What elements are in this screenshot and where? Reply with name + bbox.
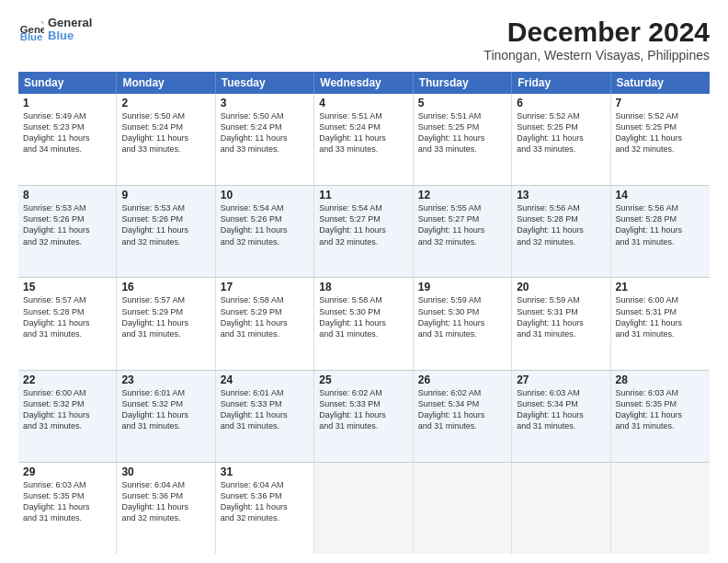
day-number: 7 [616, 97, 705, 109]
day-number: 8 [23, 189, 111, 201]
calendar-cell: 26Sunrise: 6:02 AM Sunset: 5:34 PM Dayli… [414, 371, 512, 462]
day-number: 18 [319, 281, 407, 293]
calendar-cell: 24Sunrise: 6:01 AM Sunset: 5:33 PM Dayli… [216, 371, 314, 462]
day-info: Sunrise: 6:01 AM Sunset: 5:33 PM Dayligh… [221, 387, 309, 432]
calendar-week: 29Sunrise: 6:03 AM Sunset: 5:35 PM Dayli… [18, 463, 710, 554]
day-number: 2 [121, 97, 210, 109]
calendar-cell: 7Sunrise: 5:52 AM Sunset: 5:25 PM Daylig… [611, 94, 710, 185]
day-info: Sunrise: 6:03 AM Sunset: 5:34 PM Dayligh… [517, 387, 605, 432]
logo: General Blue General Blue [18, 17, 92, 43]
calendar-header-cell: Sunday [18, 72, 117, 94]
calendar-cell [611, 463, 710, 554]
day-info: Sunrise: 6:00 AM Sunset: 5:31 PM Dayligh… [616, 294, 705, 339]
day-info: Sunrise: 5:54 AM Sunset: 5:27 PM Dayligh… [319, 202, 407, 247]
day-info: Sunrise: 5:50 AM Sunset: 5:24 PM Dayligh… [221, 110, 309, 155]
day-number: 9 [121, 189, 210, 201]
calendar-cell: 28Sunrise: 6:03 AM Sunset: 5:35 PM Dayli… [611, 371, 710, 462]
day-number: 6 [517, 97, 605, 109]
logo-text: General Blue [48, 17, 92, 43]
day-number: 14 [616, 189, 705, 201]
calendar-cell: 3Sunrise: 5:50 AM Sunset: 5:24 PM Daylig… [216, 94, 314, 185]
day-number: 29 [23, 465, 111, 478]
calendar-cell [314, 463, 413, 554]
day-number: 27 [517, 373, 605, 386]
day-info: Sunrise: 5:57 AM Sunset: 5:28 PM Dayligh… [23, 294, 111, 339]
day-info: Sunrise: 5:58 AM Sunset: 5:29 PM Dayligh… [221, 294, 309, 339]
title-block: December 2024 Tinongan, Western Visayas,… [483, 17, 710, 63]
calendar-cell: 8Sunrise: 5:53 AM Sunset: 5:26 PM Daylig… [18, 186, 117, 277]
calendar-header-cell: Saturday [611, 72, 710, 94]
day-number: 21 [616, 281, 705, 293]
day-number: 30 [121, 465, 210, 478]
day-number: 13 [517, 189, 605, 201]
calendar-week: 22Sunrise: 6:00 AM Sunset: 5:32 PM Dayli… [18, 371, 710, 463]
calendar-cell: 19Sunrise: 5:59 AM Sunset: 5:30 PM Dayli… [414, 278, 512, 369]
calendar-cell: 14Sunrise: 5:56 AM Sunset: 5:28 PM Dayli… [611, 186, 710, 277]
day-info: Sunrise: 6:03 AM Sunset: 5:35 PM Dayligh… [616, 387, 705, 432]
calendar: SundayMondayTuesdayWednesdayThursdayFrid… [18, 72, 710, 554]
day-number: 22 [23, 373, 111, 386]
day-number: 19 [418, 281, 506, 293]
day-info: Sunrise: 5:51 AM Sunset: 5:25 PM Dayligh… [418, 110, 506, 155]
day-info: Sunrise: 5:56 AM Sunset: 5:28 PM Dayligh… [616, 202, 705, 247]
day-info: Sunrise: 5:53 AM Sunset: 5:26 PM Dayligh… [23, 202, 111, 247]
svg-text:Blue: Blue [20, 32, 43, 43]
calendar-cell: 29Sunrise: 6:03 AM Sunset: 5:35 PM Dayli… [18, 463, 117, 554]
day-info: Sunrise: 5:52 AM Sunset: 5:25 PM Dayligh… [517, 110, 605, 155]
day-info: Sunrise: 5:54 AM Sunset: 5:26 PM Dayligh… [221, 202, 309, 247]
calendar-cell: 10Sunrise: 5:54 AM Sunset: 5:26 PM Dayli… [216, 186, 314, 277]
calendar-cell: 23Sunrise: 6:01 AM Sunset: 5:32 PM Dayli… [117, 371, 215, 462]
day-info: Sunrise: 5:51 AM Sunset: 5:24 PM Dayligh… [319, 110, 407, 155]
calendar-cell: 1Sunrise: 5:49 AM Sunset: 5:23 PM Daylig… [18, 94, 117, 185]
calendar-header-cell: Friday [512, 72, 610, 94]
calendar-cell: 27Sunrise: 6:03 AM Sunset: 5:34 PM Dayli… [512, 371, 610, 462]
calendar-cell [512, 463, 610, 554]
day-info: Sunrise: 6:02 AM Sunset: 5:34 PM Dayligh… [418, 387, 506, 432]
day-info: Sunrise: 5:53 AM Sunset: 5:26 PM Dayligh… [121, 202, 210, 247]
calendar-body: 1Sunrise: 5:49 AM Sunset: 5:23 PM Daylig… [18, 94, 710, 554]
day-number: 16 [121, 281, 210, 293]
calendar-cell: 22Sunrise: 6:00 AM Sunset: 5:32 PM Dayli… [18, 371, 117, 462]
day-number: 11 [319, 189, 407, 201]
day-number: 25 [319, 373, 407, 386]
day-info: Sunrise: 6:04 AM Sunset: 5:36 PM Dayligh… [121, 479, 210, 524]
logo-line1: General [48, 17, 92, 29]
day-number: 26 [418, 373, 506, 386]
calendar-cell: 17Sunrise: 5:58 AM Sunset: 5:29 PM Dayli… [216, 278, 314, 369]
calendar-cell: 25Sunrise: 6:02 AM Sunset: 5:33 PM Dayli… [314, 371, 413, 462]
day-info: Sunrise: 5:50 AM Sunset: 5:24 PM Dayligh… [121, 110, 210, 155]
calendar-cell [414, 463, 512, 554]
day-number: 28 [616, 373, 705, 386]
calendar-cell: 4Sunrise: 5:51 AM Sunset: 5:24 PM Daylig… [314, 94, 413, 185]
day-number: 5 [418, 97, 506, 109]
calendar-cell: 16Sunrise: 5:57 AM Sunset: 5:29 PM Dayli… [117, 278, 215, 369]
day-number: 4 [319, 97, 407, 109]
page: General Blue General Blue December 2024 … [0, 0, 728, 563]
calendar-cell: 5Sunrise: 5:51 AM Sunset: 5:25 PM Daylig… [414, 94, 512, 185]
day-info: Sunrise: 5:56 AM Sunset: 5:28 PM Dayligh… [517, 202, 605, 247]
day-info: Sunrise: 5:59 AM Sunset: 5:30 PM Dayligh… [418, 294, 506, 339]
calendar-week: 1Sunrise: 5:49 AM Sunset: 5:23 PM Daylig… [18, 94, 710, 186]
calendar-cell: 12Sunrise: 5:55 AM Sunset: 5:27 PM Dayli… [414, 186, 512, 277]
page-subtitle: Tinongan, Western Visayas, Philippines [483, 48, 710, 63]
page-title: December 2024 [483, 17, 710, 48]
day-info: Sunrise: 5:58 AM Sunset: 5:30 PM Dayligh… [319, 294, 407, 339]
calendar-cell: 18Sunrise: 5:58 AM Sunset: 5:30 PM Dayli… [314, 278, 413, 369]
calendar-week: 8Sunrise: 5:53 AM Sunset: 5:26 PM Daylig… [18, 186, 710, 278]
day-number: 10 [221, 189, 309, 201]
day-number: 12 [418, 189, 506, 201]
day-info: Sunrise: 5:57 AM Sunset: 5:29 PM Dayligh… [121, 294, 210, 339]
day-number: 15 [23, 281, 111, 293]
calendar-week: 15Sunrise: 5:57 AM Sunset: 5:28 PM Dayli… [18, 278, 710, 370]
calendar-header-cell: Wednesday [314, 72, 413, 94]
logo-icon: General Blue [18, 17, 44, 42]
day-info: Sunrise: 5:49 AM Sunset: 5:23 PM Dayligh… [23, 110, 111, 155]
day-info: Sunrise: 6:02 AM Sunset: 5:33 PM Dayligh… [319, 387, 407, 432]
day-info: Sunrise: 5:59 AM Sunset: 5:31 PM Dayligh… [517, 294, 605, 339]
calendar-cell: 21Sunrise: 6:00 AM Sunset: 5:31 PM Dayli… [611, 278, 710, 369]
calendar-header-cell: Monday [117, 72, 215, 94]
day-number: 1 [23, 97, 111, 109]
day-number: 24 [221, 373, 309, 386]
day-info: Sunrise: 6:00 AM Sunset: 5:32 PM Dayligh… [23, 387, 111, 432]
calendar-cell: 11Sunrise: 5:54 AM Sunset: 5:27 PM Dayli… [314, 186, 413, 277]
